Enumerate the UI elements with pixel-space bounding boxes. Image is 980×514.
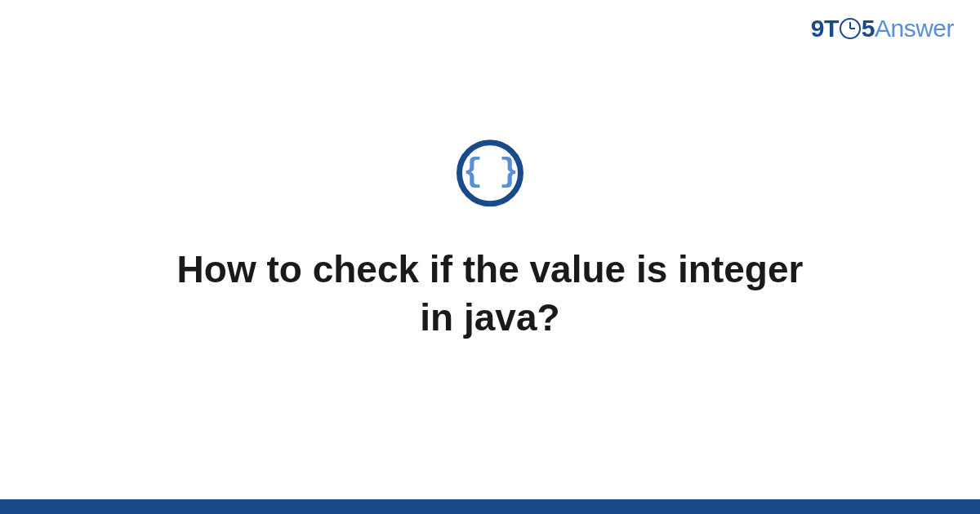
site-logo: 9T 5 Answer <box>811 15 954 42</box>
logo-text-answer: Answer <box>875 15 954 42</box>
braces-glyph: { } <box>463 157 517 189</box>
page-title: How to check if the value is integer in … <box>122 246 858 342</box>
main-content: { } How to check if the value is integer… <box>0 140 980 342</box>
clock-icon <box>840 18 861 39</box>
code-braces-icon: { } <box>457 140 523 206</box>
logo-text-5: 5 <box>862 15 875 42</box>
footer-accent-bar <box>0 499 980 514</box>
logo-text-9t: 9T <box>811 15 839 42</box>
